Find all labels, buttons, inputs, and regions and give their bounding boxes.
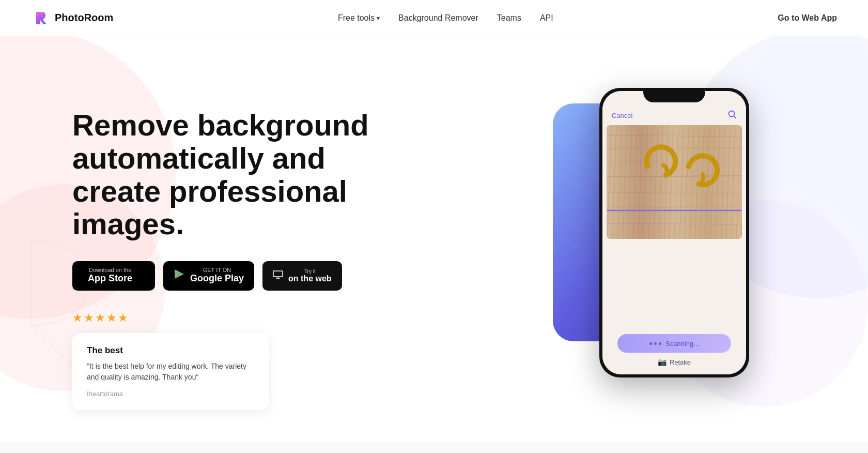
svg-rect-7 [273, 271, 283, 277]
earrings-svg [607, 125, 742, 239]
phone-search-icon [727, 110, 737, 121]
stats-bar: 🌿 Editor's Choice 🌿 6+ million users eac… [0, 441, 868, 453]
hero-left: Remove background automatically and crea… [72, 78, 393, 410]
svg-point-10 [729, 111, 735, 117]
retake-button[interactable]: 📷 Retake [658, 358, 691, 366]
app-store-text: Download on the App Store [88, 267, 132, 284]
review-title: The best [87, 345, 254, 356]
review-text: "It is the best help for my editing work… [87, 361, 254, 383]
hero-section: Remove background automatically and crea… [0, 36, 868, 441]
scan-button[interactable]: Scanning... [617, 334, 731, 353]
chevron-down-icon: ▾ [377, 14, 380, 22]
svg-line-17 [607, 192, 741, 193]
phone-frame: Cancel [599, 88, 749, 377]
product-image [607, 125, 742, 239]
google-play-button[interactable]: GET IT ON Google Play [163, 261, 254, 291]
logo[interactable]: PhotoRoom [31, 9, 113, 27]
scan-label: Scanning... [665, 340, 699, 348]
scan-animation [649, 342, 661, 345]
phone-bottom: Scanning... 📷 Retake [602, 326, 746, 374]
hero-title: Remove background automatically and crea… [72, 109, 393, 240]
navbar: PhotoRoom Free tools ▾ Background Remove… [0, 0, 868, 36]
star-rating: ★★★★★ [72, 311, 393, 325]
nav-background-remover[interactable]: Background Remover [398, 13, 478, 23]
app-store-button[interactable]: Download on the App Store [72, 261, 155, 291]
google-play-text: GET IT ON Google Play [190, 267, 244, 284]
monitor-icon [273, 270, 283, 281]
review-author: Iheartdrama [87, 390, 254, 398]
svg-line-18 [607, 207, 741, 208]
svg-marker-6 [175, 269, 184, 279]
google-play-icon [174, 268, 185, 283]
logo-text: PhotoRoom [55, 12, 113, 24]
svg-line-13 [607, 135, 741, 137]
svg-line-16 [607, 176, 741, 177]
phone-cancel-label: Cancel [612, 112, 632, 119]
phone-screen: Cancel [602, 91, 746, 374]
svg-line-11 [734, 116, 736, 118]
review-card: The best "It is the best help for my edi… [72, 333, 269, 410]
go-to-web-app-button[interactable]: Go to Web App [778, 13, 837, 23]
logo-icon [31, 9, 50, 27]
svg-line-19 [607, 223, 741, 224]
hero-buttons: Download on the App Store [72, 261, 393, 291]
camera-icon: 📷 [658, 358, 667, 366]
nav-api[interactable]: API [540, 13, 553, 23]
svg-line-14 [607, 148, 741, 148]
phone-image-area [607, 125, 742, 326]
nav-free-tools[interactable]: Free tools ▾ [338, 13, 380, 23]
retake-label: Retake [670, 358, 691, 366]
svg-line-15 [607, 161, 741, 162]
nav-teams[interactable]: Teams [497, 13, 521, 23]
phone-mockup: Cancel [568, 88, 785, 377]
web-text: Try it on the web [288, 268, 332, 283]
phone-notch [643, 88, 705, 102]
svg-rect-12 [607, 125, 741, 239]
nav-links: Free tools ▾ Background Remover Teams AP… [338, 13, 553, 23]
try-web-button[interactable]: Try it on the web [262, 261, 342, 291]
